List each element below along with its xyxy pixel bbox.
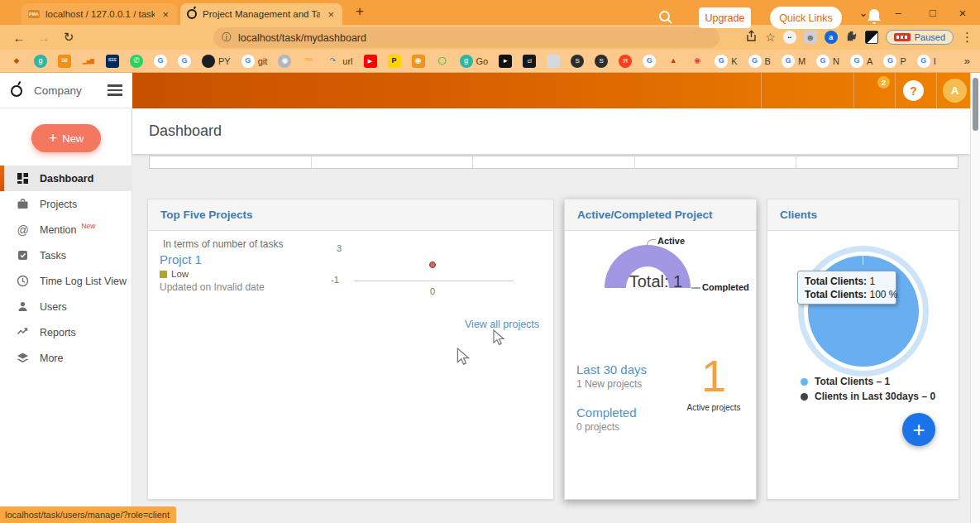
help-button[interactable]: ? bbox=[903, 80, 924, 101]
bookmark[interactable]: ◉ bbox=[691, 55, 704, 68]
bookmark-icon: Я bbox=[619, 55, 632, 68]
bookmark[interactable]: G bbox=[154, 55, 167, 68]
bookmark-star-icon[interactable]: ☆ bbox=[765, 31, 776, 44]
bookmark[interactable]: gGo bbox=[460, 55, 489, 68]
bookmark[interactable]: ◯ bbox=[436, 55, 449, 68]
reload-button[interactable]: ↻ bbox=[56, 30, 81, 45]
user-avatar[interactable]: A bbox=[943, 79, 967, 103]
forward-button[interactable]: → bbox=[31, 31, 56, 45]
extension-icon-icon: •• bbox=[783, 31, 796, 44]
bookmark[interactable]: ◉ bbox=[412, 55, 425, 68]
bookmark[interactable]: g bbox=[34, 55, 47, 68]
tab-close-icon[interactable]: × bbox=[326, 8, 336, 21]
legend-item[interactable]: Total Clients – 1 bbox=[801, 376, 890, 387]
bookmark-label: M bbox=[798, 56, 806, 66]
bookmark[interactable]: ▲ bbox=[667, 55, 680, 68]
bookmark[interactable]: ▂▅▇ bbox=[82, 55, 95, 68]
extensions-puzzle-icon[interactable] bbox=[845, 30, 858, 45]
card-header: Active/Completed Project bbox=[565, 199, 756, 231]
bookmark[interactable]: ↷url bbox=[326, 55, 352, 68]
card-header: Clients bbox=[767, 199, 958, 231]
window-close-button[interactable]: × bbox=[945, 0, 980, 25]
legend-label: Clients in Last 30days – 0 bbox=[815, 391, 935, 402]
card-clients: Clients Total Clients: 1 Total Clients: … bbox=[767, 199, 959, 500]
bookmark[interactable]: GB bbox=[748, 55, 771, 68]
bookmark[interactable]: G bbox=[643, 55, 656, 68]
completed-title: Completed bbox=[576, 405, 637, 420]
bookmark[interactable]: GA bbox=[850, 55, 872, 68]
upgrade-button[interactable]: Upgrade bbox=[699, 7, 751, 28]
bookmark[interactable]: ◉ bbox=[278, 55, 291, 68]
sidebar-item-tasks[interactable]: Tasks bbox=[0, 242, 132, 268]
extension-icon[interactable]: ☻ bbox=[804, 31, 817, 44]
gauge-leader-line bbox=[647, 239, 656, 245]
bookmark[interactable]: S bbox=[595, 55, 608, 68]
sync-paused-button[interactable]: Paused bbox=[886, 30, 954, 45]
sidebar-item-reports[interactable]: Reports bbox=[0, 319, 132, 345]
bookmark[interactable]: ▶ bbox=[364, 55, 377, 68]
back-button[interactable]: ← bbox=[7, 31, 31, 45]
bookmark[interactable]: GP bbox=[883, 55, 906, 68]
bookmark[interactable]: S bbox=[571, 55, 584, 68]
extension-icon[interactable]: a bbox=[825, 31, 838, 44]
sidebar-item-mention[interactable]: @ Mention New bbox=[0, 217, 132, 242]
profile-avatar-icon[interactable] bbox=[865, 31, 878, 44]
sidebar-item-projects[interactable]: Projects bbox=[0, 191, 132, 217]
search-icon[interactable] bbox=[657, 9, 674, 29]
bookmark[interactable]: ◆ bbox=[10, 55, 23, 68]
site-info-icon[interactable]: ⓘ bbox=[222, 31, 232, 45]
bookmark[interactable]: PY bbox=[202, 55, 231, 68]
sidebar-toggle-icon[interactable] bbox=[108, 84, 122, 95]
bookmark[interactable]: Я bbox=[619, 55, 632, 68]
bookmark[interactable]: ✉ bbox=[58, 55, 71, 68]
sidebar-item-more[interactable]: More bbox=[0, 345, 132, 371]
tab-title: Project Management and Task M bbox=[203, 9, 320, 19]
bookmarks-overflow-icon[interactable]: » bbox=[958, 55, 970, 67]
bookmark[interactable] bbox=[547, 55, 560, 68]
bookmark[interactable]: GN bbox=[816, 55, 839, 68]
tab-project-management[interactable]: Project Management and Task M × bbox=[180, 3, 342, 25]
bookmark[interactable]: P bbox=[388, 55, 401, 68]
bookmark[interactable]: GK bbox=[715, 55, 737, 68]
extension-icon[interactable]: •• bbox=[783, 31, 796, 44]
bookmark[interactable]: GI bbox=[917, 55, 936, 68]
legend-item[interactable]: Clients in Last 30days – 0 bbox=[801, 391, 935, 402]
address-bar[interactable]: ⓘ localhost/task/mydashboard bbox=[213, 27, 719, 48]
bookmark[interactable]: ▸ bbox=[499, 55, 512, 68]
bookmark[interactable]: PMA bbox=[302, 55, 315, 68]
card-subtitle: In terms of number of tasks bbox=[163, 238, 283, 250]
plus-icon: + bbox=[49, 130, 58, 147]
sidebar-item-users[interactable]: Users bbox=[0, 294, 132, 319]
view-all-projects-link[interactable]: View all projects bbox=[465, 319, 539, 330]
bookmark[interactable]: ✆ bbox=[130, 55, 143, 68]
new-tab-button[interactable]: + bbox=[356, 3, 364, 20]
bookmark-icon: cl bbox=[523, 55, 536, 68]
bookmark-label: P bbox=[900, 56, 906, 66]
tab-close-icon[interactable]: × bbox=[160, 8, 170, 21]
bookmark[interactable]: G bbox=[178, 55, 191, 68]
project-link[interactable]: Projct 1 bbox=[160, 252, 202, 266]
layers-icon bbox=[17, 352, 29, 364]
scrollbar-thumb[interactable] bbox=[973, 78, 978, 131]
browser-menu-icon[interactable]: ⋮ bbox=[961, 30, 973, 45]
bookmark[interactable]: Ggit bbox=[241, 55, 268, 68]
add-client-button[interactable]: + bbox=[902, 413, 935, 446]
priority-swatch-icon bbox=[160, 271, 167, 278]
bookmark-icon: ▂▅▇ bbox=[82, 55, 95, 68]
notifications-bell-icon[interactable] bbox=[865, 7, 887, 28]
bookmark[interactable]: cl bbox=[523, 55, 536, 68]
scatter-point[interactable] bbox=[429, 262, 436, 268]
sidebar-item-time-log[interactable]: Time Log List View bbox=[0, 268, 132, 294]
bookmark-icon: ◉ bbox=[691, 55, 704, 68]
bookmark[interactable]: IEEE bbox=[106, 55, 119, 68]
sidebar-item-dashboard[interactable]: Dashboard bbox=[0, 166, 132, 191]
bookmark[interactable]: GM bbox=[782, 55, 806, 68]
sidebar-item-label: Users bbox=[40, 301, 67, 313]
bookmark-icon: ◯ bbox=[436, 55, 449, 68]
page-scrollbar[interactable] bbox=[970, 73, 980, 523]
tab-phpmyadmin[interactable]: PMA localhost / 127.0.0.1 / task | phpM … bbox=[22, 3, 177, 25]
share-icon[interactable] bbox=[745, 30, 758, 45]
quick-links-button[interactable]: Quick Links bbox=[770, 7, 842, 29]
bookmark-icon: ◉ bbox=[412, 55, 425, 68]
new-button[interactable]: + New bbox=[31, 124, 101, 152]
